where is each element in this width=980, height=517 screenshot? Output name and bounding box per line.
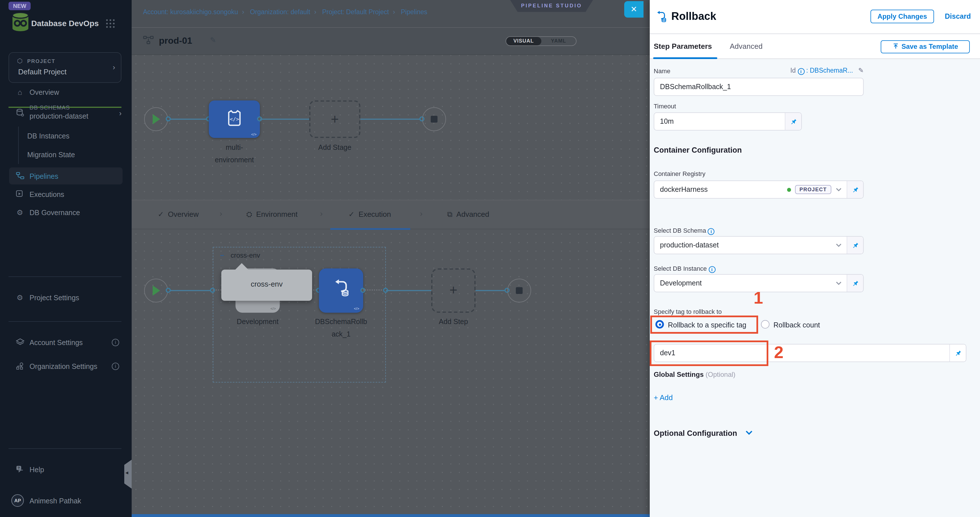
- stage-node-multi-environment[interactable]: </> </>: [209, 100, 260, 138]
- add-global-setting-link[interactable]: + Add: [654, 393, 673, 402]
- toggle-visual[interactable]: VISUAL: [506, 37, 541, 45]
- home-icon: ⌂: [15, 88, 25, 97]
- runtime-pin-icon[interactable]: [846, 237, 863, 254]
- sidebar-item-db-instances[interactable]: DB Instances: [0, 132, 132, 146]
- rollback-step-drawer: Rollback Apply Changes Discard Step Para…: [650, 0, 980, 517]
- chevron-down-icon[interactable]: [835, 186, 842, 193]
- user-name[interactable]: Animesh Pathak: [30, 497, 81, 505]
- module-grid-icon[interactable]: [106, 19, 115, 29]
- avatar[interactable]: AP: [11, 494, 24, 507]
- plus-icon: +: [433, 282, 474, 298]
- connector-status-dot: [787, 188, 791, 191]
- scope-tag: PROJECT: [795, 185, 831, 194]
- project-selector[interactable]: ⬡ PROJECT Default Project ›: [8, 52, 121, 83]
- edge: [386, 290, 431, 291]
- breadcrumb: Account: kurosakiichigo.songoku› Organiz…: [143, 8, 427, 15]
- breadcrumb-project[interactable]: Project: Default Project: [322, 8, 389, 15]
- database-devops-logo-icon[interactable]: [10, 11, 31, 35]
- app-title: Database DevOps: [31, 19, 99, 28]
- execution-end-node: [507, 278, 531, 302]
- breadcrumb-pipelines[interactable]: Pipelines: [401, 8, 427, 15]
- sidebar-item-db-governance[interactable]: ⚙ DB Governance: [0, 208, 132, 223]
- cross-env-tooltip: cross-env: [221, 270, 312, 301]
- sidebar-item-executions[interactable]: Executions: [0, 190, 132, 205]
- toggle-yaml[interactable]: YAML: [541, 37, 576, 45]
- breadcrumb-account[interactable]: Account: kurosakiichigo.songoku: [143, 8, 238, 15]
- runtime-pin-icon[interactable]: [785, 113, 801, 130]
- stage-tabs: ✓Overview › ⛭Environment › ✓Execution › …: [132, 200, 650, 229]
- stage-label: multi-environment: [197, 141, 271, 166]
- add-stage-node[interactable]: +: [309, 100, 360, 138]
- sidebar-item-organization-settings[interactable]: Organization Settings i: [0, 362, 132, 377]
- runtime-pin-icon[interactable]: [949, 345, 966, 361]
- rollback-step-icon: [654, 10, 668, 25]
- timeout-label: Timeout: [654, 103, 676, 110]
- edge: [260, 119, 309, 120]
- sidebar-item-help[interactable]: ? Help: [0, 465, 132, 480]
- active-tab-underline: [330, 228, 410, 230]
- sidebar-item-overview[interactable]: ⌂ Overview: [0, 88, 132, 103]
- connector: [166, 288, 171, 293]
- gear-icon: ⚙: [15, 208, 25, 217]
- code-badge-icon: </>: [354, 307, 359, 310]
- timeout-input[interactable]: 10m: [654, 112, 802, 130]
- name-label: Name: [654, 68, 670, 74]
- stop-icon: [431, 116, 438, 122]
- project-selector-name: Default Project: [18, 68, 67, 76]
- add-step-label: Add Step: [417, 315, 490, 328]
- step-parameters-form: Name Id i : DBSchemaR... ✎ DBSchemaRollb…: [650, 59, 980, 517]
- optional-configuration-toggle[interactable]: Optional Configuration: [654, 429, 753, 437]
- sidebar-item-migration-state[interactable]: Migration State: [0, 150, 132, 165]
- tab-environment[interactable]: ⛭Environment: [246, 210, 298, 219]
- chevron-down-icon: [745, 430, 753, 436]
- edit-pencil-icon[interactable]: ✎: [210, 36, 216, 44]
- sidebar: NEW Database DevOps ⬡ PROJECT Default Pr…: [0, 0, 132, 517]
- chevron-right-icon: ›: [113, 63, 115, 72]
- discard-button[interactable]: Discard: [945, 13, 971, 21]
- pipeline-name: prod-01: [159, 36, 192, 46]
- add-step-node[interactable]: +: [431, 269, 476, 313]
- check-icon: ✓: [158, 210, 164, 218]
- environment-icon: ⛭: [246, 210, 252, 218]
- breadcrumb-bar: Account: kurosakiichigo.songoku› Organiz…: [132, 0, 650, 28]
- edit-id-pencil-icon[interactable]: ✎: [858, 67, 864, 74]
- plus-icon: +: [310, 111, 359, 127]
- save-as-template-button[interactable]: Save as Template: [881, 40, 970, 53]
- chevron-down-icon[interactable]: [835, 280, 842, 286]
- chevron-down-icon[interactable]: [835, 242, 842, 248]
- sidebar-item-pipelines[interactable]: Pipelines: [0, 172, 132, 187]
- edge: [168, 119, 209, 120]
- db-instance-label: Select DB Instance i: [654, 265, 715, 273]
- tab-overview[interactable]: ✓Overview: [158, 210, 199, 218]
- name-input[interactable]: DBSchemaRollback_1: [654, 78, 864, 96]
- container-registry-input[interactable]: dockerHarness PROJECT: [654, 180, 864, 199]
- global-settings-label: Global Settings (Optional): [654, 371, 735, 379]
- tab-step-parameters[interactable]: Step Parameters: [654, 42, 712, 51]
- step-node-dbschemarollback[interactable]: </>: [319, 269, 363, 313]
- apply-changes-button[interactable]: Apply Changes: [870, 10, 934, 23]
- sidebar-item-project-settings[interactable]: ⚙ Project Settings: [0, 293, 132, 308]
- canvas-footer-bar: [132, 514, 650, 517]
- step-label-development: Development: [221, 315, 294, 328]
- breadcrumb-organization[interactable]: Organization: default: [250, 8, 310, 15]
- tab-execution[interactable]: ✓Execution: [348, 210, 391, 218]
- sidebar-item-account-settings[interactable]: Account Settings i: [0, 338, 132, 353]
- database-gear-icon: [15, 108, 25, 119]
- close-drawer-button[interactable]: ✕: [624, 1, 643, 17]
- tab-step-advanced[interactable]: Advanced: [730, 42, 763, 51]
- code-badge-icon: </>: [270, 307, 276, 310]
- edge: [360, 119, 422, 120]
- collapse-group-icon[interactable]: −: [220, 251, 224, 259]
- db-schema-select[interactable]: production-dataset: [654, 236, 864, 254]
- runtime-pin-icon[interactable]: [846, 181, 863, 198]
- sidebar-item-db-schemas[interactable]: DB SCHEMAS production-dataset ›: [0, 104, 132, 128]
- edge-dotted: [363, 290, 386, 291]
- radio-rollback-count-label[interactable]: Rollback count: [773, 321, 820, 329]
- runtime-pin-icon[interactable]: [846, 275, 863, 292]
- add-stage-label: Add Stage: [298, 141, 372, 154]
- tab-advanced[interactable]: ⧉Advanced: [447, 210, 489, 219]
- project-selector-label: PROJECT: [27, 59, 55, 64]
- layers-gear-icon: [15, 338, 25, 348]
- annotation-box-1: [650, 315, 758, 334]
- radio-rollback-count[interactable]: [761, 320, 770, 329]
